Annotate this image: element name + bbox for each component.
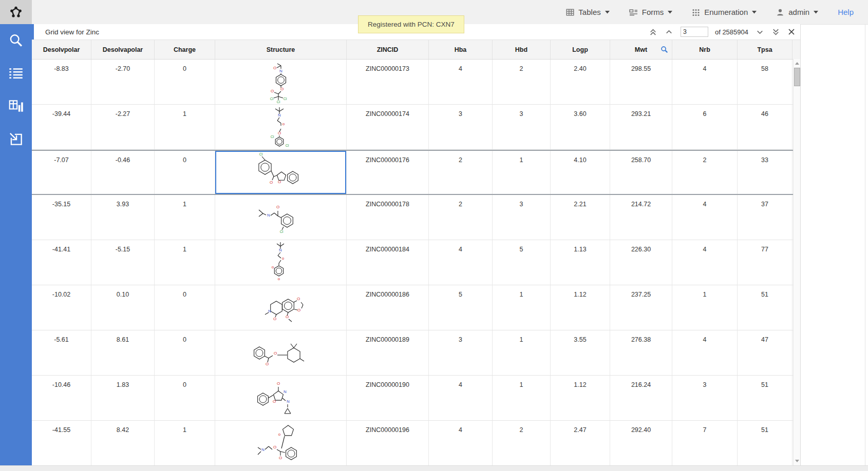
- cell-tpsa[interactable]: 58: [738, 60, 792, 104]
- cell-hbd[interactable]: 1: [493, 285, 551, 330]
- scroll-down-arrow[interactable]: [795, 460, 799, 462]
- cell-logp[interactable]: 1.12: [551, 376, 610, 420]
- app-logo[interactable]: [0, 0, 32, 24]
- cell-nrb[interactable]: 4: [672, 60, 738, 104]
- cell-desolvapolar[interactable]: -0.46: [91, 151, 155, 194]
- cell-desolvpolar[interactable]: -41.41: [32, 240, 91, 285]
- cell-nrb[interactable]: 4: [672, 195, 738, 240]
- horizontal-scrollbar[interactable]: [0, 465, 868, 471]
- page-number-input[interactable]: [681, 27, 708, 37]
- cell-desolvpolar[interactable]: -41.55: [32, 421, 91, 465]
- menu-tables[interactable]: Tables: [566, 8, 609, 16]
- previous-page-button[interactable]: [665, 27, 674, 36]
- cell-mwt[interactable]: 226.30: [610, 240, 672, 285]
- cell-logp[interactable]: 3.60: [551, 105, 610, 149]
- cell-logp[interactable]: 1.13: [551, 240, 610, 285]
- cell-charge[interactable]: 1: [155, 195, 215, 240]
- cell-charge[interactable]: 0: [155, 60, 215, 104]
- cell-hba[interactable]: 3: [429, 330, 493, 375]
- cell-hbd[interactable]: 3: [493, 195, 551, 240]
- column-header-desolvpolar[interactable]: Desolvpolar: [32, 40, 91, 59]
- close-button[interactable]: [787, 27, 796, 36]
- scrollbar-thumb[interactable]: [794, 68, 800, 86]
- cell-structure[interactable]: ClOO: [215, 151, 347, 194]
- cell-zincid[interactable]: ZINC00000186: [347, 285, 429, 330]
- column-header-nrb[interactable]: Nrb: [672, 40, 738, 59]
- menu-forms[interactable]: Forms: [629, 8, 673, 16]
- cell-desolvapolar[interactable]: 0.10: [91, 285, 155, 330]
- cell-tpsa[interactable]: 47: [738, 330, 792, 375]
- sidebar-item-list[interactable]: [6, 65, 26, 82]
- column-header-charge[interactable]: Charge: [155, 40, 215, 59]
- cell-tpsa[interactable]: 51: [738, 421, 792, 465]
- sidebar-item-table-chart[interactable]: [6, 97, 26, 115]
- cell-mwt[interactable]: 216.24: [610, 376, 672, 420]
- cell-structure[interactable]: NOOOO: [215, 285, 347, 330]
- sidebar-item-search[interactable]: [6, 32, 26, 49]
- cell-zincid[interactable]: ZINC00000176: [347, 151, 429, 194]
- cell-logp[interactable]: 2.21: [551, 195, 610, 240]
- cell-tpsa[interactable]: 51: [738, 285, 792, 330]
- cell-hba[interactable]: 4: [429, 240, 493, 285]
- menu-enumeration[interactable]: Enumeration: [692, 8, 757, 16]
- cell-hbd[interactable]: 1: [493, 330, 551, 375]
- cell-mwt[interactable]: 292.40: [610, 421, 672, 465]
- menu-admin[interactable]: admin: [776, 8, 818, 16]
- cell-charge[interactable]: 0: [155, 285, 215, 330]
- cell-desolvpolar[interactable]: -10.02: [32, 285, 91, 330]
- cell-mwt[interactable]: 293.21: [610, 105, 672, 149]
- column-header-hba[interactable]: Hba: [429, 40, 493, 59]
- cell-charge[interactable]: 1: [155, 421, 215, 465]
- cell-mwt[interactable]: 276.38: [610, 330, 672, 375]
- last-page-button[interactable]: [771, 27, 780, 36]
- cell-charge[interactable]: 0: [155, 151, 215, 194]
- cell-hba[interactable]: 4: [429, 60, 493, 104]
- cell-desolvpolar[interactable]: -10.46: [32, 376, 91, 420]
- cell-logp[interactable]: 4.10: [551, 151, 610, 194]
- cell-desolvpolar[interactable]: -5.61: [32, 330, 91, 375]
- cell-tpsa[interactable]: 77: [738, 240, 792, 285]
- cell-zincid[interactable]: ZINC00000190: [347, 376, 429, 420]
- cell-structure[interactable]: NOOOClClCl: [215, 60, 347, 104]
- cell-desolvapolar[interactable]: 8.42: [91, 421, 155, 465]
- cell-zincid[interactable]: ZINC00000196: [347, 421, 429, 465]
- cell-zincid[interactable]: ZINC00000173: [347, 60, 429, 104]
- sidebar-item-export[interactable]: [6, 130, 26, 148]
- cell-desolvapolar[interactable]: -5.15: [91, 240, 155, 285]
- cell-tpsa[interactable]: 33: [738, 151, 792, 194]
- cell-mwt[interactable]: 237.25: [610, 285, 672, 330]
- cell-hba[interactable]: 4: [429, 376, 493, 420]
- cell-desolvpolar[interactable]: -8.83: [32, 60, 91, 104]
- cell-zincid[interactable]: ZINC00000178: [347, 195, 429, 240]
- column-header-mwt[interactable]: Mwt: [610, 40, 672, 59]
- cell-desolvapolar[interactable]: 8.61: [91, 330, 155, 375]
- column-header-logp[interactable]: Logp: [551, 40, 610, 59]
- vertical-scrollbar[interactable]: [793, 59, 800, 465]
- cell-mwt[interactable]: 298.55: [610, 60, 672, 104]
- cell-hba[interactable]: 4: [429, 421, 493, 465]
- cell-nrb[interactable]: 6: [672, 105, 738, 149]
- cell-hba[interactable]: 2: [429, 151, 493, 194]
- cell-nrb[interactable]: 7: [672, 421, 738, 465]
- cell-zincid[interactable]: ZINC00000174: [347, 105, 429, 149]
- cell-tpsa[interactable]: 37: [738, 195, 792, 240]
- column-header-tpsa[interactable]: Tpsa: [738, 40, 792, 59]
- cell-logp[interactable]: 2.47: [551, 421, 610, 465]
- cell-hbd[interactable]: 1: [493, 376, 551, 420]
- cell-desolvpolar[interactable]: -39.44: [32, 105, 91, 149]
- cell-charge[interactable]: 1: [155, 240, 215, 285]
- cell-hbd[interactable]: 2: [493, 60, 551, 104]
- cell-nrb[interactable]: 4: [672, 330, 738, 375]
- cell-charge[interactable]: 0: [155, 376, 215, 420]
- cell-logp[interactable]: 2.40: [551, 60, 610, 104]
- column-search-icon[interactable]: [661, 46, 668, 53]
- cell-desolvapolar[interactable]: -2.70: [91, 60, 155, 104]
- column-header-desolvapolar[interactable]: Desolvapolar: [91, 40, 155, 59]
- column-header-structure[interactable]: Structure: [215, 40, 347, 59]
- cell-zincid[interactable]: ZINC00000184: [347, 240, 429, 285]
- cell-tpsa[interactable]: 46: [738, 105, 792, 149]
- cell-hbd[interactable]: 3: [493, 105, 551, 149]
- cell-desolvpolar[interactable]: -35.15: [32, 195, 91, 240]
- cell-zincid[interactable]: ZINC00000189: [347, 330, 429, 375]
- cell-nrb[interactable]: 3: [672, 376, 738, 420]
